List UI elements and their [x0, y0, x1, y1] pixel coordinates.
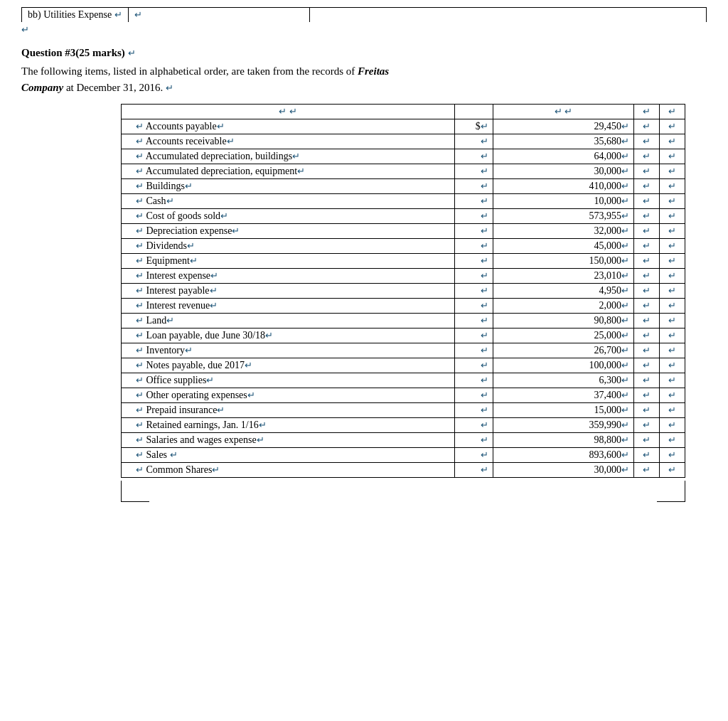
main-table: ↵ ↵ ↵ ↵ ↵ ↵ ↵ Accounts payable↵ [121, 104, 685, 478]
intro-line3: at December 31, 2016. [66, 82, 163, 93]
top-bar-label: bb) Utilities Expense ↵ [22, 8, 129, 22]
bottom-corners [121, 481, 685, 502]
company-name-bold: Freitas [358, 65, 389, 77]
table-row: ↵ Land↵ ↵ 90,800↵ ↵ ↵ [122, 314, 685, 329]
table-row: ↵ Sales ↵ ↵ 893,600↵ ↵ ↵ [122, 448, 685, 463]
top-bar: bb) Utilities Expense ↵ ↵ [21, 7, 707, 22]
table-row: ↵ Cash↵ ↵ 10,000↵ ↵ ↵ [122, 194, 685, 209]
bottom-right-corner [657, 481, 685, 502]
table-row: ↵ Loan payable, due June 30/18↵ ↵ 25,000… [122, 329, 685, 343]
table-row: ↵ Cost of goods sold↵ ↵ 573,955↵ ↵ ↵ [122, 209, 685, 224]
header-arrow1: ↵ [633, 105, 659, 119]
question-header: Question #3(25 marks) ↵ [21, 47, 707, 59]
intro-text: The following items, listed in alphabeti… [21, 63, 707, 95]
return-line: ↵ [21, 23, 707, 36]
table-row: ↵ Accounts receivable↵ ↵ 35,680↵ ↵ ↵ [122, 134, 685, 149]
company-name2: Company [21, 82, 63, 93]
header-value-cell: ↵ ↵ [493, 105, 633, 119]
table-row: ↵ Interest revenue↵ ↵ 2,000↵ ↵ ↵ [122, 299, 685, 314]
table-row: ↵ Interest payable↵ ↵ 4,950↵ ↵ ↵ [122, 284, 685, 299]
question-arrow: ↵ [128, 48, 136, 58]
header-arrow2: ↵ [659, 105, 685, 119]
table-row: ↵ Depreciation expense↵ ↵ 32,000↵ ↵ ↵ [122, 224, 685, 239]
top-bar-arrow: ↵ [114, 9, 122, 20]
table-row: ↵ Other operating expenses↵ ↵ 37,400↵ ↵ … [122, 388, 685, 403]
table-header-row: ↵ ↵ ↵ ↵ ↵ ↵ [122, 105, 685, 119]
header-item-cell: ↵ ↵ [122, 105, 455, 119]
intro-line1: The following items, listed in alphabeti… [21, 65, 355, 77]
top-bar-cell2: ↵ [129, 8, 311, 22]
table-row: ↵ Inventory↵ ↵ 26,700↵ ↵ ↵ [122, 343, 685, 358]
table-row: ↵ Salaries and wages expense↵ ↵ 98,800↵ … [122, 433, 685, 448]
dollar-accounts-payable: $↵ [454, 119, 493, 134]
table-row: ↵ Accumulated depreciation, equipment↵ ↵… [122, 164, 685, 179]
table-row: ↵ Dividends↵ ↵ 45,000↵ ↵ ↵ [122, 239, 685, 254]
top-bar-arrow2: ↵ [134, 9, 142, 20]
table-row: ↵ Interest expense↵ ↵ 23,010↵ ↵ ↵ [122, 269, 685, 284]
table-row: ↵ Notes payable, due 2017↵ ↵ 100,000↵ ↵ … [122, 358, 685, 373]
page: bb) Utilities Expense ↵ ↵ ↵ Question #3(… [0, 0, 728, 721]
table-row: ↵ Equipment↵ ↵ 150,000↵ ↵ ↵ [122, 254, 685, 269]
return-arrow-main: ↵ [21, 24, 29, 35]
table-row: ↵ Common Shares↵ ↵ 30,000↵ ↵ ↵ [122, 463, 685, 478]
value-accounts-payable: 29,450↵ [493, 119, 633, 134]
header-dollar-cell [454, 105, 493, 119]
table-row: ↵ Office supplies↵ ↵ 6,300↵ ↵ ↵ [122, 373, 685, 388]
bottom-left-corner [121, 481, 149, 502]
table-row: ↵ Buildings↵ ↵ 410,000↵ ↵ ↵ [122, 179, 685, 194]
table-row: ↵ Prepaid insurance↵ ↵ 15,000↵ ↵ ↵ [122, 403, 685, 418]
table-row: ↵ Accounts payable↵ $↵ 29,450↵ ↵ ↵ [122, 119, 685, 134]
table-row: ↵ Retained earnings, Jan. 1/16↵ ↵ 359,99… [122, 418, 685, 433]
intro-arrow: ↵ [166, 82, 173, 93]
question-marks: (25 marks) [75, 47, 125, 58]
table-row: ↵ Accumulated depreciation, buildings↵ ↵… [122, 149, 685, 164]
top-bar-text: bb) Utilities Expense [28, 9, 112, 20]
table-wrapper: ↵ ↵ ↵ ↵ ↵ ↵ ↵ Accounts payable↵ [121, 104, 685, 478]
item-accounts-payable: ↵ Accounts payable↵ [122, 119, 455, 134]
question-number: Question #3 [21, 47, 75, 58]
